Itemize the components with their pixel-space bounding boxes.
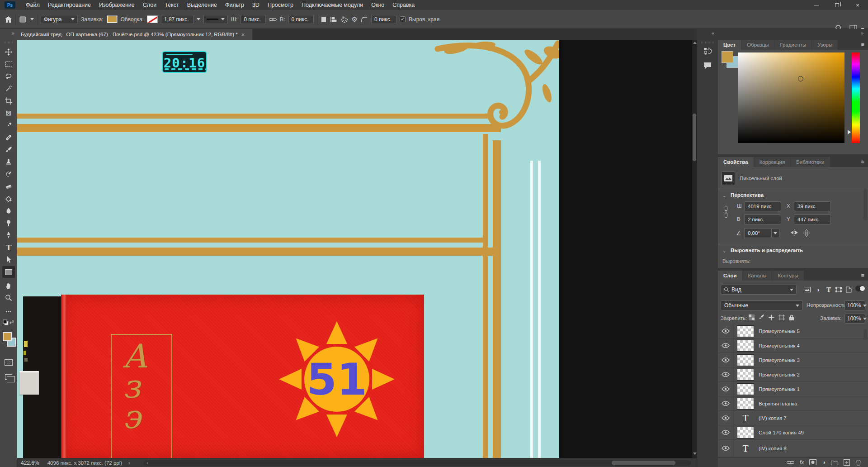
visibility-eye-icon[interactable] — [718, 440, 733, 457]
menu-view[interactable]: Просмотр — [264, 0, 297, 10]
link-wh-icon[interactable] — [723, 205, 729, 219]
color-picker-marker[interactable] — [798, 76, 803, 81]
corner-radius-field[interactable]: 0 пикс. — [371, 15, 396, 24]
rectangle-tool-selected[interactable] — [2, 266, 15, 278]
dodge-tool[interactable] — [2, 217, 15, 229]
stroke-swatch[interactable] — [147, 15, 158, 23]
visibility-eye-icon[interactable] — [718, 411, 733, 425]
menu-help[interactable]: Справка — [388, 0, 419, 10]
layer-thumbnail[interactable] — [737, 325, 754, 337]
tab-channels[interactable]: Каналы — [743, 271, 772, 281]
swap-colors-icon[interactable]: ⇄ — [9, 319, 14, 325]
section-chevron-icon[interactable]: ⌄ — [722, 248, 726, 253]
layer-row[interactable]: Прямоугольник 2 — [718, 367, 868, 382]
text-layer-thumbnail[interactable]: T — [737, 443, 754, 454]
lock-position-icon[interactable] — [768, 314, 775, 321]
scroll-up-arrow[interactable] — [693, 42, 697, 44]
collapsed-panels-grip[interactable] — [701, 42, 714, 43]
shape-height-field[interactable]: 0 пикс. — [288, 15, 314, 24]
layer-thumbnail[interactable] — [737, 427, 754, 438]
tab-adjustments[interactable]: Коррекция — [754, 157, 791, 167]
pen-tool[interactable] — [2, 229, 15, 241]
filter-shape-layers-icon[interactable] — [835, 286, 843, 293]
zoom-tool[interactable] — [2, 292, 15, 304]
lock-pixels-icon[interactable] — [758, 314, 765, 321]
hand-tool[interactable] — [2, 280, 15, 291]
close-button[interactable]: × — [847, 0, 868, 10]
lock-artboard-icon[interactable] — [778, 314, 785, 321]
section-chevron-icon[interactable]: ⌄ — [722, 193, 726, 198]
layer-thumbnail[interactable] — [737, 354, 754, 366]
layer-row[interactable]: Верхняя планка — [718, 396, 868, 411]
filter-adjustment-layers-icon[interactable]: ◑ — [814, 286, 822, 293]
stroke-style-dropdown[interactable] — [203, 15, 228, 24]
edit-toolbar-ellipsis[interactable]: ••• — [2, 306, 15, 318]
color-saturation-field[interactable] — [738, 52, 844, 143]
visibility-eye-icon[interactable] — [718, 425, 733, 439]
eyedropper-tool[interactable] — [2, 119, 15, 131]
healing-brush-tool[interactable] — [2, 132, 15, 143]
layer-filter-search[interactable]: Вид — [721, 285, 797, 295]
align-section-header[interactable]: Выровнять и распределить — [731, 248, 803, 253]
layer-thumbnail[interactable] — [737, 369, 754, 381]
prop-width-field[interactable]: 4019 пикс — [744, 201, 781, 211]
document-tab[interactable]: Буддийский тред - ОП-картинка (67) - Поч… — [17, 29, 252, 40]
comments-panel-button[interactable] — [701, 60, 714, 71]
visibility-eye-icon[interactable] — [718, 324, 733, 338]
toolbar-grip[interactable] — [4, 42, 13, 43]
blur-tool[interactable] — [2, 205, 15, 217]
canvas-artboard[interactable]: 20:16 А з э — [17, 40, 559, 458]
menu-plugins[interactable]: Подключаемые модули — [297, 0, 367, 10]
flip-horizontal-icon[interactable] — [790, 229, 798, 236]
scroll-left-arrow[interactable]: ‹ — [146, 460, 148, 466]
hue-slider-arrow[interactable] — [848, 130, 851, 134]
tool-preset-icon[interactable] — [19, 16, 27, 23]
magic-wand-tool[interactable] — [2, 83, 15, 95]
new-group-icon[interactable] — [831, 460, 838, 465]
transform-section-header[interactable]: Перспектива — [731, 192, 764, 198]
blend-mode-dropdown[interactable]: Обычные — [721, 300, 803, 310]
layer-thumbnail[interactable] — [737, 398, 754, 410]
layer-thumbnail[interactable] — [737, 340, 754, 352]
menu-filter[interactable]: Фильтр — [221, 0, 248, 10]
delete-layer-icon[interactable] — [855, 459, 862, 466]
lock-all-icon[interactable] — [788, 314, 795, 321]
toolbar-collapse-header[interactable]: » — [0, 29, 17, 40]
filter-pixel-layers-icon[interactable] — [803, 286, 811, 293]
eraser-tool[interactable] — [2, 181, 15, 192]
tab-swatches[interactable]: Образцы — [741, 40, 774, 50]
layers-panel-menu-icon[interactable]: ≡ — [857, 271, 868, 281]
layer-row[interactable]: T (IV) копия 7 — [718, 411, 868, 425]
minimize-button[interactable] — [806, 0, 826, 10]
fill-opacity-field[interactable]: 100% — [844, 314, 865, 324]
extra-options-gear-icon[interactable]: ⚙ — [352, 15, 358, 24]
visibility-eye-icon[interactable] — [718, 367, 733, 381]
restore-button[interactable] — [826, 0, 847, 10]
shape-width-field[interactable]: 0 пикс. — [241, 15, 266, 24]
tool-preset-chevron[interactable] — [30, 18, 34, 20]
dock-collapse-header[interactable]: » — [718, 29, 868, 40]
menu-file[interactable]: Файл — [22, 0, 44, 10]
hue-strip[interactable] — [852, 52, 860, 143]
layers-scroll-thumb[interactable] — [863, 329, 867, 340]
panel-foreground-color-swatch[interactable] — [722, 51, 733, 63]
angle-field[interactable]: 0,00° — [744, 228, 771, 238]
layer-row[interactable]: Прямоугольник 5 — [718, 324, 868, 338]
layer-row[interactable]: T (IV) копия 8 — [718, 440, 868, 457]
add-mask-icon[interactable] — [809, 459, 816, 465]
lock-transparency-icon[interactable] — [748, 314, 755, 321]
opacity-field[interactable]: 100% — [844, 300, 865, 310]
path-alignment-icon[interactable] — [330, 16, 337, 23]
default-colors-icon[interactable] — [3, 319, 8, 325]
canvas-vertical-scroll-thumb[interactable] — [693, 114, 696, 161]
type-tool[interactable]: T — [2, 242, 15, 253]
layer-row[interactable]: Прямоугольник 1 — [718, 382, 868, 396]
flip-vertical-icon[interactable] — [803, 229, 810, 237]
quick-mask-button[interactable] — [2, 357, 15, 368]
path-selection-tool[interactable] — [2, 254, 15, 266]
screen-mode-button[interactable] — [2, 371, 15, 383]
tab-gradients[interactable]: Градиенты — [775, 40, 812, 50]
filter-smart-objects-icon[interactable] — [844, 286, 853, 293]
menu-window[interactable]: Окно — [367, 0, 388, 10]
properties-scroll-thumb[interactable] — [863, 189, 867, 220]
